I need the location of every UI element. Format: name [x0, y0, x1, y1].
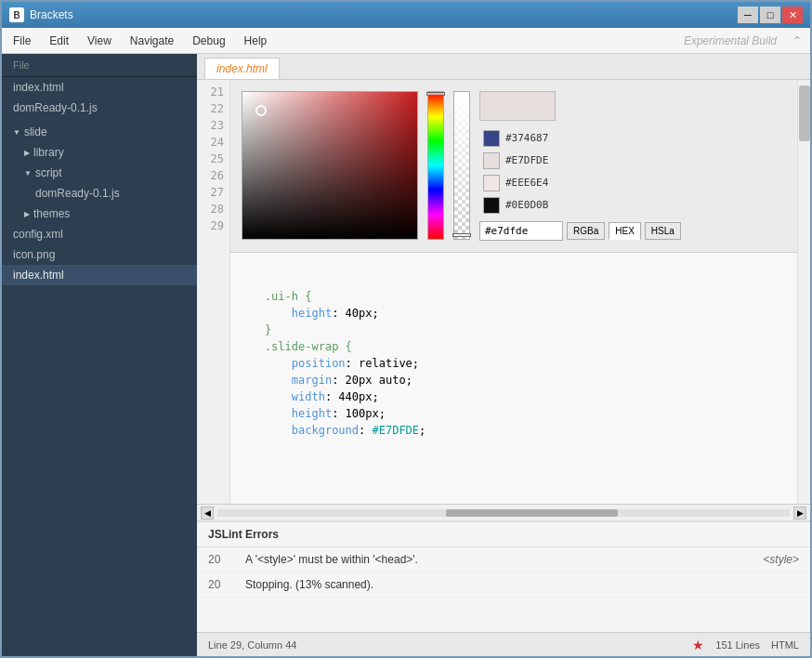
swatch-label-1: #374687	[505, 130, 548, 147]
rgba-mode-btn[interactable]: RGBa	[567, 222, 605, 240]
window-title: Brackets	[30, 8, 738, 21]
hue-slider[interactable]	[427, 91, 444, 240]
menu-view[interactable]: View	[84, 33, 115, 49]
code-line-26: margin: 20px auto;	[238, 372, 790, 388]
color-preview	[479, 91, 556, 121]
swatch-label-3: #EEE6E4	[505, 175, 548, 191]
code-line-21: .ui-h {	[238, 288, 790, 305]
jslint-line-1: 20	[208, 553, 245, 566]
h-scroll-right-arrow[interactable]: ▶	[793, 507, 806, 520]
app-window: B Brackets ─ □ ✕ File Edit View Navigate…	[0, 0, 812, 658]
code-editor[interactable]: #374687 #E7DFDE #EEE6E4	[230, 80, 797, 504]
editor-main: 21 22 23 24 25 26 27 28 29	[197, 80, 810, 520]
swatch-label-4: #0E0D0B	[505, 197, 548, 214]
menu-file[interactable]: File	[9, 33, 34, 49]
chevron-right-icon-themes: ▶	[24, 210, 30, 218]
sidebar-item-library[interactable]: ▶library	[2, 142, 197, 163]
swatch-label-2: #E7DFDE	[505, 152, 548, 169]
line-numbers: 21 22 23 24 25 26 27 28 29	[197, 80, 230, 504]
status-right: ★ 151 Lines HTML	[692, 638, 799, 652]
jslint-row-2: 20 Stopping. (13% scanned).	[197, 572, 810, 598]
scrollbar-thumb[interactable]	[799, 86, 810, 141]
sidebar-item-domready-script[interactable]: domReady-0.1.js	[2, 183, 197, 204]
window-controls: ─ □ ✕	[738, 7, 803, 23]
error-icon: ★	[692, 638, 704, 652]
hsla-mode-btn[interactable]: HSLa	[645, 222, 681, 240]
sidebar-item-script[interactable]: ▼script	[2, 163, 197, 183]
code-line-29: background: #E7DFDE;	[238, 422, 790, 439]
color-gradient-handle[interactable]	[255, 105, 267, 116]
code-line-28: height: 100px;	[238, 405, 790, 422]
editor-scrollbar[interactable]	[797, 80, 810, 504]
menu-edit[interactable]: Edit	[46, 33, 72, 49]
sidebar-item-config-xml[interactable]: config.xml	[2, 224, 197, 244]
chevron-down-icon-script: ▼	[24, 169, 32, 178]
status-position: Line 29, Column 44	[208, 639, 296, 651]
jslint-title: JSLint Errors	[197, 522, 810, 547]
chevron-down-icon: ▼	[13, 128, 20, 137]
swatch-color-1	[483, 130, 500, 147]
swatch-color-2	[483, 152, 500, 169]
code-line-24: .slide-wrap {	[238, 338, 790, 355]
alpha-indicator	[452, 233, 471, 237]
minimize-button[interactable]: ─	[738, 7, 758, 23]
sidebar-item-icon-png[interactable]: icon.png	[2, 244, 197, 265]
color-picker-panel: #374687 #E7DFDE #EEE6E4	[230, 80, 797, 253]
code-line-25: position: relative;	[238, 355, 790, 372]
hue-indicator	[426, 92, 445, 96]
status-language: HTML	[771, 639, 799, 651]
h-scroll-thumb[interactable]	[446, 509, 618, 517]
jslint-row-1: 20 A '<style>' must be within '<head>'. …	[197, 547, 810, 572]
h-scroll-track[interactable]	[217, 509, 790, 517]
title-bar: B Brackets ─ □ ✕	[2, 2, 810, 28]
sidebar-item-index-html-top[interactable]: index.html	[2, 77, 197, 98]
main-area: File index.html domReady-0.1.js ▼slide ▶…	[2, 54, 810, 656]
menu-bar: File Edit View Navigate Debug Help Exper…	[2, 28, 810, 54]
swatch-color-4	[483, 197, 500, 214]
color-hex-input[interactable]	[479, 221, 563, 241]
editor-panel: index.html 21 22 23 24 25 26 27 28 29	[197, 54, 810, 656]
horizontal-scrollbar[interactable]: ◀ ▶	[197, 504, 810, 520]
status-bar: Line 29, Column 44 ★ 151 Lines HTML	[197, 632, 810, 656]
menu-help[interactable]: Help	[241, 33, 271, 49]
color-gradient-picker[interactable]	[242, 91, 418, 240]
color-swatch-3[interactable]: #EEE6E4	[479, 173, 681, 193]
editor-tab-bar: index.html	[197, 54, 810, 80]
code-line-27: width: 440px;	[238, 388, 790, 405]
hex-mode-btn[interactable]: HEX	[609, 222, 641, 240]
jslint-panel: JSLint Errors 20 A '<style>' must be wit…	[197, 520, 810, 632]
menu-debug[interactable]: Debug	[189, 33, 229, 49]
color-swatch-2[interactable]: #E7DFDE	[479, 151, 681, 171]
jslint-tag-1: <style>	[763, 553, 799, 566]
color-swatch-1[interactable]: #374687	[479, 128, 681, 149]
sidebar-item-index-html-active[interactable]: index.html	[2, 265, 197, 285]
code-line-22: height: 40px;	[238, 305, 790, 322]
color-swatch-4[interactable]: #0E0D0B	[479, 195, 681, 216]
editor-tab-index-html[interactable]: index.html	[204, 58, 280, 79]
editor-content: 21 22 23 24 25 26 27 28 29	[197, 80, 810, 504]
menu-navigate[interactable]: Navigate	[126, 33, 177, 49]
code-line-23: }	[238, 322, 790, 338]
maximize-button[interactable]: □	[760, 7, 780, 23]
close-button[interactable]: ✕	[782, 7, 803, 23]
sidebar-item-domready-top[interactable]: domReady-0.1.js	[2, 98, 197, 118]
swatch-color-3	[483, 175, 500, 191]
experimental-icon: ⌃	[792, 33, 803, 48]
sidebar: File index.html domReady-0.1.js ▼slide ▶…	[2, 54, 197, 656]
jslint-line-2: 20	[208, 578, 245, 591]
sidebar-file-header: File	[2, 54, 197, 77]
sidebar-item-slide[interactable]: ▼slide	[2, 122, 197, 142]
app-icon: B	[9, 7, 24, 22]
jslint-msg-1: A '<style>' must be within '<head>'.	[245, 553, 763, 566]
code-lines: .ui-h { height: 40px; } .slide-wrap { po…	[238, 288, 790, 439]
h-scroll-left-arrow[interactable]: ◀	[201, 507, 214, 520]
chevron-right-icon: ▶	[24, 149, 30, 157]
experimental-label: Experimental Build	[684, 34, 777, 47]
sidebar-item-themes[interactable]: ▶themes	[2, 204, 197, 224]
status-lines: 151 Lines	[715, 639, 760, 651]
jslint-msg-2: Stopping. (13% scanned).	[245, 578, 799, 591]
color-input-row: RGBa HEX HSLa	[479, 221, 681, 241]
alpha-slider[interactable]	[453, 91, 470, 240]
color-swatches-area: #374687 #E7DFDE #EEE6E4	[479, 91, 681, 241]
